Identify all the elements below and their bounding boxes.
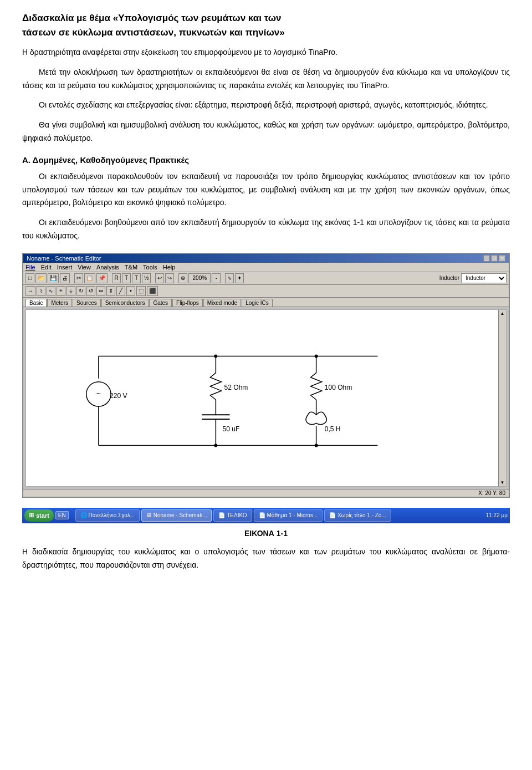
- schematic-canvas-container: ~ 220 V 52 Ohm 5: [23, 309, 509, 497]
- footer-paragraph: Η διαδικασία δημιουργίας του κυκλώματος …: [22, 545, 510, 572]
- language-indicator[interactable]: EN: [55, 511, 69, 519]
- component-dropdown[interactable]: Inductor Resistor Capacitor: [461, 273, 507, 283]
- paragraph-4: Θα γίνει συμβολική και ημισυμβολική ανάλ…: [22, 119, 510, 145]
- tab-sources[interactable]: Sources: [73, 299, 101, 307]
- clock: 11:22 μμ: [486, 512, 508, 518]
- toolbar-inductor-sym[interactable]: ∿: [47, 286, 55, 296]
- svg-point-22: [315, 443, 318, 447]
- toolbar-resistor-sym[interactable]: ⌇: [37, 286, 45, 296]
- toolbar-zoom-out[interactable]: -: [212, 273, 221, 283]
- tab-flipflops[interactable]: Flip-flops: [172, 299, 203, 307]
- minimize-button[interactable]: _: [483, 255, 490, 262]
- tab-semiconductors[interactable]: Semiconductors: [101, 299, 149, 307]
- toolbar-mirror-h[interactable]: ⇔: [96, 286, 105, 296]
- svg-point-19: [214, 354, 217, 358]
- toolbar-rotate-l[interactable]: ↺: [86, 286, 95, 296]
- toolbar-copy[interactable]: 📋: [84, 273, 95, 283]
- menu-bar: File Edit Insert View Analysis T&M Tools…: [23, 263, 509, 272]
- toolbar-rotate-r[interactable]: ↻: [76, 286, 85, 296]
- taskbar-item-4[interactable]: 📄 Μάθημα 1 - Micros...: [254, 509, 323, 522]
- paragraph-1: Η δραστηριότητα αναφέρεται στην εξοικείω…: [22, 46, 510, 59]
- toolbar-star[interactable]: ✦: [235, 273, 244, 283]
- toolbar-fraction[interactable]: ½: [142, 273, 151, 283]
- toolbar-zoom-value[interactable]: 200%: [188, 273, 211, 283]
- toolbar-new[interactable]: □: [25, 273, 34, 283]
- circuit-diagram: ~ 220 V 52 Ohm 5: [26, 310, 506, 486]
- toolbar-r[interactable]: R: [112, 273, 121, 283]
- tab-mixed[interactable]: Mixed mode: [203, 299, 241, 307]
- taskbar-item-3[interactable]: 📄 ΤΕΛΙΚΟ: [213, 509, 252, 522]
- toolbar-row-1: □ 📂 💾 🖨 ✂ 📋 📌 R T T ½ ↩ ↪ ⊕ 200% - ∿ ✦ I…: [23, 272, 509, 285]
- window-titlebar: Noname - Schematic Editor _ □ ×: [23, 254, 509, 263]
- paragraph-6: Οι εκπαιδευόμενοι βοηθούμενοι από τον εκ…: [22, 216, 510, 243]
- taskbar: ⊞ start EN 🌐 Πανελλήνιο Σχολ... 🖥 Noname…: [22, 508, 510, 523]
- toolbar-undo[interactable]: ↩: [155, 273, 164, 283]
- paragraph-5: Οι εκπαιδευόμενοι παρακολουθούν τον εκπα…: [22, 170, 510, 210]
- toolbar-node[interactable]: •: [126, 286, 135, 296]
- dropdown-label: Inductor: [439, 275, 459, 281]
- toolbar-redo[interactable]: ↪: [165, 273, 174, 283]
- svg-point-20: [315, 354, 318, 358]
- toolbar-save[interactable]: 💾: [48, 273, 59, 283]
- status-bar: X: 20 Y: 80: [23, 489, 509, 497]
- image-caption: ΕΙΚΟΝΑ 1-1: [22, 529, 510, 538]
- section-a-title: Α. Δομημένες, Καθοδηγούμενες Πρακτικές: [22, 155, 510, 165]
- taskbar-item-5[interactable]: 📄 Χωρίς τίτλο 1 - Zo...: [324, 509, 391, 522]
- toolbar-row-2: → ⌇ ∿ + ⏚ ↻ ↺ ⇔ ⇕ ╱ • ⬚ ⬛: [23, 285, 509, 298]
- svg-text:~: ~: [96, 389, 101, 398]
- svg-text:0,5 H: 0,5 H: [325, 425, 341, 433]
- toolbar-print[interactable]: 🖨: [60, 273, 70, 283]
- toolbar-wire[interactable]: ╱: [116, 286, 125, 296]
- menu-help[interactable]: Help: [163, 264, 176, 271]
- taskbar-clock: 11:22 μμ: [486, 512, 508, 518]
- window-title: Noname - Schematic Editor: [27, 255, 101, 262]
- tab-meters[interactable]: Meters: [47, 299, 72, 307]
- component-tabs: Basic Meters Sources Semiconductors Gate…: [23, 298, 509, 307]
- start-icon: ⊞: [29, 512, 34, 519]
- toolbar-cut[interactable]: ✂: [74, 273, 83, 283]
- toolbar-flip-v[interactable]: ⇕: [106, 286, 115, 296]
- menu-file[interactable]: File: [25, 264, 35, 271]
- svg-text:100 Ohm: 100 Ohm: [325, 384, 352, 391]
- toolbar-plus[interactable]: +: [57, 286, 65, 296]
- svg-point-21: [214, 443, 217, 447]
- tab-gates[interactable]: Gates: [149, 299, 172, 307]
- main-title: Διδασκαλία με θέμα «Υπολογισμός των ρευμ…: [22, 11, 510, 39]
- window-controls[interactable]: _ □ ×: [483, 255, 505, 262]
- toolbar-wave[interactable]: ∿: [225, 273, 234, 283]
- taskbar-item-1[interactable]: 🌐 Πανελλήνιο Σχολ...: [75, 509, 140, 522]
- toolbar-text[interactable]: T: [132, 273, 141, 283]
- cursor-coordinates: X: 20 Y: 80: [478, 490, 505, 496]
- menu-tools[interactable]: Tools: [143, 264, 157, 271]
- menu-analysis[interactable]: Analysis: [96, 264, 119, 271]
- start-button[interactable]: ⊞ start: [24, 509, 54, 522]
- tab-logic[interactable]: Logic ICs: [242, 299, 273, 307]
- toolbar-paste[interactable]: 📌: [96, 273, 108, 283]
- menu-edit[interactable]: Edit: [41, 264, 52, 271]
- toolbar-group[interactable]: ⬛: [147, 286, 158, 296]
- menu-tm[interactable]: T&M: [125, 264, 137, 271]
- schematic-canvas[interactable]: ~ 220 V 52 Ohm 5: [25, 309, 507, 487]
- toolbar-open[interactable]: 📂: [35, 273, 47, 283]
- menu-insert[interactable]: Insert: [57, 264, 73, 271]
- schematic-editor-window: Noname - Schematic Editor _ □ × File Edi…: [22, 253, 510, 498]
- svg-text:220 V: 220 V: [110, 392, 127, 400]
- toolbar-zoom-fit[interactable]: ⊕: [178, 273, 187, 283]
- maximize-button[interactable]: □: [491, 255, 498, 262]
- scroll-up[interactable]: ▲: [499, 310, 506, 317]
- paragraph-2: Μετά την ολοκλήρωση των δραστηριοτήτων ο…: [22, 66, 510, 93]
- close-button[interactable]: ×: [499, 255, 505, 262]
- vertical-scrollbar[interactable]: ▲ ▼: [498, 310, 506, 486]
- toolbar-t[interactable]: T: [122, 273, 131, 283]
- paragraph-3: Οι εντολές σχεδίασης και επεξεργασίας εί…: [22, 99, 510, 112]
- menu-view[interactable]: View: [78, 264, 91, 271]
- scroll-down[interactable]: ▼: [499, 479, 506, 486]
- toolbar-ground[interactable]: ⏚: [66, 286, 75, 296]
- toolbar-select[interactable]: ⬚: [136, 286, 146, 296]
- taskbar-item-2[interactable]: 🖥 Noname - Schemati...: [141, 509, 212, 522]
- toolbar-arrow[interactable]: →: [25, 286, 35, 296]
- svg-text:52 Ohm: 52 Ohm: [224, 384, 248, 391]
- svg-text:50 uF: 50 uF: [222, 425, 239, 433]
- tab-basic[interactable]: Basic: [25, 299, 47, 307]
